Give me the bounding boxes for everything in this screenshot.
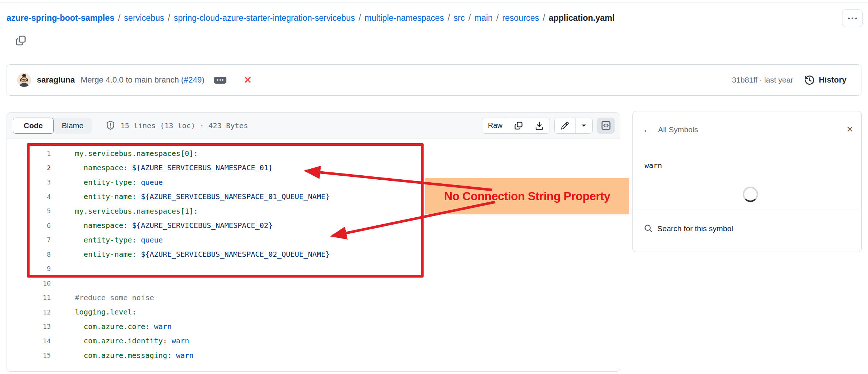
line-content: #reduce some noise [75,293,154,302]
breadcrumb-separator: / [448,10,450,26]
line-number[interactable]: 9 [7,265,51,272]
line-content: entity-name: ${AZURE_SERVICEBUS_NAMESPAC… [75,250,330,259]
page-top-divider [0,3,868,3]
pencil-icon [561,121,569,130]
commit-sha-age: 31b81ff · last year [732,76,793,84]
commit-author[interactable]: saragluna [37,75,75,85]
edit-dropdown-button[interactable] [575,118,592,133]
code-line: 3 entity-type: queue [7,175,620,190]
breadcrumb-separator: / [543,10,545,26]
line-content: com.azure.core: warn [75,322,172,331]
check-status-failed-icon[interactable]: ✕ [244,75,252,85]
code-line: 10 [7,276,620,291]
line-number[interactable]: 5 [7,207,51,215]
code-line: 7 entity-type: queue [7,233,620,247]
line-number[interactable]: 4 [7,193,51,201]
search-icon [644,224,653,233]
loading-spinner [743,187,758,202]
breadcrumb-separator: / [118,10,120,26]
code-square-icon [601,121,611,130]
pr-link[interactable]: #249 [184,75,202,84]
raw-button[interactable]: Raw [482,118,508,133]
line-number[interactable]: 11 [7,294,51,301]
line-content: com.azure.messaging: warn [75,351,194,360]
breadcrumb-separator: / [469,10,471,26]
tab-code[interactable]: Code [13,118,54,134]
breadcrumb: azure-spring-boot-samples/servicebus/spr… [7,10,615,26]
search-symbol-button[interactable]: Search for this symbol [644,224,733,233]
line-content: namespace: ${AZURE_SERVICEBUS_NAMESPACE_… [75,221,273,230]
line-number[interactable]: 15 [7,351,51,359]
commit-message: Merge 4.0.0 to main branch (#249) [81,75,204,85]
breadcrumb-repo-link[interactable]: azure-spring-boot-samples [7,10,114,26]
breadcrumb-separator: / [168,10,170,26]
ellipsis-icon [217,79,218,81]
commit-message-expand-button[interactable] [214,77,226,84]
line-number[interactable]: 6 [7,222,51,229]
edit-button[interactable] [555,118,575,133]
selected-symbol[interactable]: warn [645,161,662,170]
code-line: 4 entity-name: ${AZURE_SERVICEBUS_NAMESP… [7,190,620,204]
breadcrumb-more-button[interactable] [842,9,863,27]
code-line: 15 com.azure.messaging: warn [7,348,620,363]
commit-bar: saragluna Merge 4.0.0 to main branch (#2… [7,64,861,96]
code-line: 1my.servicebus.namespaces[0]: [7,146,620,161]
ellipsis-icon [848,18,850,19]
symbols-pane-toggle-button[interactable] [597,118,615,134]
breadcrumb-link-3[interactable]: src [454,10,465,26]
back-arrow-icon[interactable]: ← [642,125,652,134]
history-icon [804,75,815,85]
code-line: 6 namespace: ${AZURE_SERVICEBUS_NAMESPAC… [7,218,620,233]
line-number[interactable]: 12 [7,308,51,316]
code-line: 13 com.azure.core: warn [7,319,620,334]
history-button[interactable]: History [804,75,846,85]
line-content: logging.level: [75,308,137,316]
line-content: namespace: ${AZURE_SERVICEBUS_NAMESPACE_… [75,163,273,172]
code-header: Code Blame 15 lines (13 loc) · 423 Bytes… [7,113,620,138]
symbols-header: ← All Symbols ✕ [642,125,853,134]
symbols-panel: ← All Symbols ✕ warn Search for this sym… [632,111,862,252]
line-number[interactable]: 13 [7,323,51,330]
line-number[interactable]: 2 [7,164,51,172]
line-content: my.servicebus.namespaces[0]: [75,149,198,158]
line-number[interactable]: 1 [7,149,51,157]
breadcrumb-separator: / [496,10,498,26]
breadcrumb-link-1[interactable]: spring-cloud-azure-starter-integration-s… [174,10,355,26]
breadcrumb-current-file: application.yaml [549,10,615,26]
history-label: History [819,75,846,85]
code-line: 14 com.azure.identity: warn [7,334,620,348]
file-toolbar: Raw [482,118,615,134]
breadcrumb-link-0[interactable]: servicebus [124,10,164,26]
copy-path-button[interactable] [15,35,28,49]
breadcrumb-link-5[interactable]: resources [502,10,539,26]
line-content: entity-type: queue [75,236,163,244]
copy-file-button[interactable] [508,118,529,133]
line-number[interactable]: 10 [7,279,51,287]
search-symbol-label: Search for this symbol [657,224,733,233]
avatar[interactable] [17,73,31,87]
code-blame-switch: Code Blame [13,118,92,134]
line-content: com.azure.identity: warn [75,336,189,345]
line-number[interactable]: 3 [7,178,51,186]
breadcrumb-link-4[interactable]: main [474,10,493,26]
breadcrumb-link-2[interactable]: multiple-namespaces [364,10,444,26]
code-line: 12logging.level: [7,305,620,320]
close-icon[interactable]: ✕ [846,125,853,134]
code-body: 1my.servicebus.namespaces[0]:2 namespace… [7,138,620,363]
code-line: 11#reduce some noise [7,290,620,305]
copy-icon [15,35,26,46]
copy-icon [514,121,523,130]
code-line: 9 [7,262,620,276]
symbols-divider [633,210,861,210]
line-number[interactable]: 14 [7,337,51,345]
code-line: 8 entity-name: ${AZURE_SERVICEBUS_NAMESP… [7,247,620,262]
download-button[interactable] [529,118,550,133]
line-number[interactable]: 7 [7,236,51,244]
tab-blame[interactable]: Blame [54,118,92,134]
line-content: entity-type: queue [75,178,163,187]
breadcrumb-separator: / [359,10,361,26]
line-number[interactable]: 8 [7,251,51,258]
code-line: 5my.servicebus.namespaces[1]: [7,204,620,218]
download-icon [535,121,544,130]
shield-alert-icon[interactable] [106,121,115,130]
